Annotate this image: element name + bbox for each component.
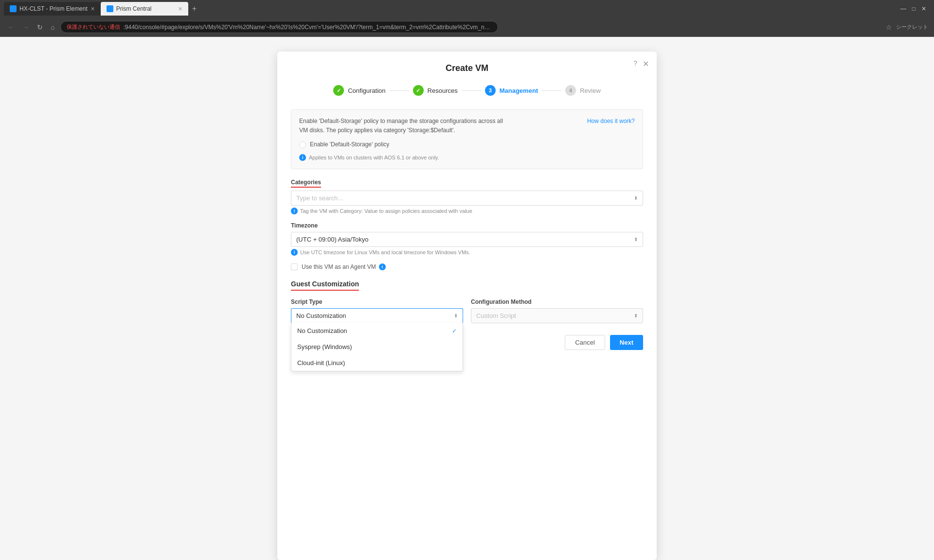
step-label-1: Configuration <box>348 87 385 94</box>
categories-hint-text: Tag the VM with Category: Value to assig… <box>300 208 472 214</box>
config-method-placeholder: Custom Script <box>476 312 516 319</box>
back-button[interactable]: ← <box>6 22 17 32</box>
guest-customization-fields: Script Type No Customization ⬍ No Custom… <box>291 298 643 323</box>
config-method-label: Configuration Method <box>471 298 643 305</box>
insecure-badge: 保護されていない通信 <box>67 23 120 31</box>
timezone-arrow-icon: ⬍ <box>634 237 638 242</box>
create-vm-modal: Create VM ? ✕ ✓ Configuration ✓ Resource… <box>277 52 657 560</box>
categories-label: Categories <box>291 179 643 188</box>
categories-info-icon: i <box>291 208 298 214</box>
page-content: Create VM ? ✕ ✓ Configuration ✓ Resource… <box>0 37 934 560</box>
refresh-button[interactable]: ↻ <box>35 22 45 32</box>
config-method-arrow-icon: ⬍ <box>634 313 638 318</box>
applies-note-text: Applies to VMs on clusters with AOS 6.1 … <box>309 154 439 162</box>
applies-note: i Applies to VMs on clusters with AOS 6.… <box>299 154 635 162</box>
step-divider-1 <box>390 90 409 91</box>
storage-policy-radio[interactable] <box>299 141 306 148</box>
step-circle-2: ✓ <box>413 85 424 96</box>
minimize-icon[interactable]: — <box>900 5 906 12</box>
steps-indicator: ✓ Configuration ✓ Resources 3 Managem <box>291 85 643 96</box>
timezone-field-group: Timezone (UTC + 09:00) Asia/Tokyo ⬍ i Us… <box>291 222 643 256</box>
storage-policy-box: How does it work? Enable 'Default-Storag… <box>291 109 643 169</box>
config-method-select[interactable]: Custom Script ⬍ <box>471 308 643 323</box>
step-resources: ✓ Resources <box>413 85 458 96</box>
step-check-2: ✓ <box>416 88 420 94</box>
agent-vm-checkbox[interactable] <box>291 263 298 270</box>
guest-customization-section: Guest Customization Script Type No Custo… <box>291 280 643 323</box>
tab-close-2[interactable]: ✕ <box>178 6 182 12</box>
address-bar: ← → ↻ ⌂ 保護されていない通信 :9440/console/#page/e… <box>0 18 934 37</box>
script-type-arrow-icon: ⬍ <box>454 313 458 318</box>
storage-policy-desc2: VM disks. The policy applies via categor… <box>299 126 635 135</box>
step-divider-2 <box>462 90 481 91</box>
guest-customization-title: Guest Customization <box>291 280 643 298</box>
tab-label-1: HX-CLST - Prism Element <box>19 5 88 12</box>
agent-vm-info-icon: i <box>379 263 386 270</box>
timezone-select[interactable]: (UTC + 09:00) Asia/Tokyo ⬍ <box>291 232 643 247</box>
tab-label-2: Prism Central <box>116 5 152 12</box>
step-review: 4 Review <box>565 85 601 96</box>
forward-button[interactable]: → <box>20 22 31 32</box>
modal-close-icon[interactable]: ✕ <box>643 59 649 69</box>
step-number-3: 3 <box>489 88 492 93</box>
step-number-4: 4 <box>569 88 572 93</box>
step-label-3: Management <box>500 87 538 94</box>
applies-info-icon: i <box>299 154 306 161</box>
storage-policy-link[interactable]: How does it work? <box>587 117 635 126</box>
categories-field-group: Categories Type to search... ⬍ i Tag the… <box>291 179 643 214</box>
step-check-1: ✓ <box>337 88 341 94</box>
categories-dropdown-arrow: ⬍ <box>634 195 638 201</box>
script-type-label: Script Type <box>291 298 463 305</box>
categories-search[interactable]: Type to search... ⬍ <box>291 191 643 206</box>
config-method-field: Configuration Method Custom Script ⬍ <box>471 298 643 323</box>
storage-policy-checkbox-row: Enable 'Default-Storage' policy <box>299 140 635 149</box>
next-button[interactable]: Next <box>610 335 643 350</box>
step-label-2: Resources <box>428 87 458 94</box>
cancel-button[interactable]: Cancel <box>565 335 605 350</box>
step-divider-3 <box>542 90 561 91</box>
timezone-info-icon: i <box>291 249 298 256</box>
step-label-4: Review <box>580 87 601 94</box>
script-type-dropdown-menu: No Customization ✓ Sysprep (Windows) Clo… <box>291 323 463 371</box>
tab-favicon-2 <box>107 5 113 12</box>
tab-close-1[interactable]: ✕ <box>90 6 95 12</box>
step-circle-4: 4 <box>565 85 576 96</box>
step-circle-3: 3 <box>485 85 496 96</box>
timezone-label: Timezone <box>291 222 643 229</box>
step-circle-1: ✓ <box>333 85 344 96</box>
step-management: 3 Management <box>485 85 538 96</box>
step-configuration: ✓ Configuration <box>333 85 385 96</box>
bookmark-icon[interactable]: ☆ <box>886 23 892 31</box>
timezone-hint: i Use UTC timezone for Linux VMs and loc… <box>291 249 643 256</box>
dropdown-item-no-customization[interactable]: No Customization ✓ <box>291 323 463 339</box>
agent-vm-row: Use this VM as an Agent VM i <box>291 263 643 270</box>
script-type-select[interactable]: No Customization ⬍ <box>291 308 463 323</box>
dropdown-item-cloud-init[interactable]: Cloud-init (Linux) <box>291 355 463 371</box>
categories-placeholder: Type to search... <box>296 194 343 202</box>
script-type-dropdown-container: No Customization ⬍ No Customization ✓ Sy… <box>291 308 463 323</box>
script-type-field: Script Type No Customization ⬍ No Custom… <box>291 298 463 323</box>
agent-vm-label: Use this VM as an Agent VM i <box>302 263 386 270</box>
modal-title: Create VM <box>291 63 643 73</box>
modal-help-icon[interactable]: ? <box>633 59 637 67</box>
new-tab-button[interactable]: + <box>188 4 200 13</box>
tab-hx-clst[interactable]: HX-CLST - Prism Element ✕ <box>4 2 101 16</box>
categories-hint: i Tag the VM with Category: Value to ass… <box>291 208 643 214</box>
address-actions: ☆ シークレット <box>886 23 928 31</box>
home-button[interactable]: ⌂ <box>49 22 56 32</box>
maximize-icon[interactable]: □ <box>912 5 916 12</box>
tab-favicon-1 <box>10 5 17 12</box>
check-mark-no-customization: ✓ <box>452 328 457 334</box>
window-controls: — □ ✕ <box>900 5 930 12</box>
timezone-hint-text: Use UTC timezone for Linux VMs and local… <box>300 249 470 255</box>
tab-prism-central[interactable]: Prism Central ✕ <box>101 2 188 16</box>
script-type-value: No Customization <box>296 312 346 319</box>
close-icon[interactable]: ✕ <box>921 5 926 12</box>
dropdown-item-sysprep[interactable]: Sysprep (Windows) <box>291 339 463 355</box>
tab-bar: HX-CLST - Prism Element ✕ Prism Central … <box>0 0 934 18</box>
storage-policy-checkbox-label: Enable 'Default-Storage' policy <box>310 140 389 149</box>
storage-policy-desc1: Enable 'Default-Storage' policy to manag… <box>299 117 635 126</box>
timezone-value: (UTC + 09:00) Asia/Tokyo <box>296 236 368 243</box>
address-input[interactable]: 保護されていない通信 :9440/console/#page/explore/s… <box>60 21 498 33</box>
incognito-label: シークレット <box>896 23 928 31</box>
